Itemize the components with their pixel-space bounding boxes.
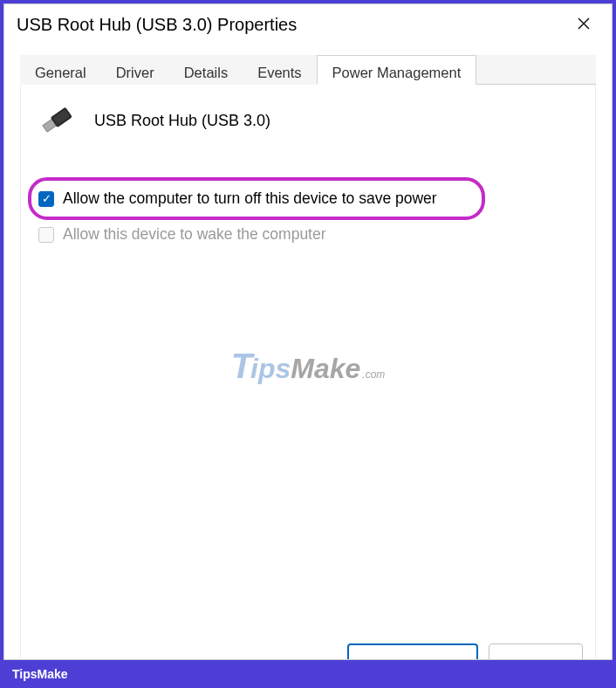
usb-connector-icon	[38, 102, 75, 139]
allow-wake-checkbox	[38, 227, 54, 243]
watermark-make: Make	[291, 353, 360, 385]
watermark-t: T	[231, 347, 250, 386]
tab-general[interactable]: General	[20, 55, 101, 85]
device-name-label: USB Root Hub (USB 3.0)	[94, 112, 270, 130]
allow-wake-row: Allow this device to wake the computer	[38, 225, 585, 244]
tab-driver[interactable]: Driver	[101, 55, 169, 85]
allow-wake-row-wrapper: Allow this device to wake the computer	[31, 220, 585, 244]
close-button[interactable]	[568, 13, 599, 37]
window-title: USB Root Hub (USB 3.0) Properties	[17, 15, 297, 35]
content-area: General Driver Details Events Power Mana…	[4, 48, 612, 659]
tab-power-management[interactable]: Power Management	[317, 55, 477, 85]
tab-details[interactable]: Details	[169, 55, 243, 85]
watermark: T ips Make .com	[231, 347, 386, 386]
footer-brand: TipsMake	[12, 667, 604, 681]
tab-events[interactable]: Events	[243, 55, 316, 85]
titlebar: USB Root Hub (USB 3.0) Properties	[4, 4, 612, 48]
allow-turnoff-label: Allow the computer to turn off this devi…	[63, 189, 437, 208]
properties-window: USB Root Hub (USB 3.0) Properties Genera…	[3, 3, 613, 660]
allow-wake-label: Allow this device to wake the computer	[63, 225, 326, 244]
close-icon	[577, 17, 591, 31]
tab-strip: General Driver Details Events Power Mana…	[20, 55, 596, 85]
page-footer: TipsMake	[0, 664, 616, 688]
ok-button[interactable]	[347, 643, 478, 659]
checkmark-icon: ✓	[42, 193, 51, 204]
watermark-com: .com	[362, 368, 385, 381]
watermark-ips: ips	[250, 353, 291, 385]
allow-turnoff-checkbox[interactable]: ✓	[38, 191, 54, 207]
cancel-button[interactable]	[489, 643, 583, 659]
allow-turnoff-row: ✓ Allow the computer to turn off this de…	[38, 189, 466, 208]
highlighted-option: ✓ Allow the computer to turn off this de…	[28, 177, 485, 220]
device-header: USB Root Hub (USB 3.0)	[31, 102, 585, 139]
tab-body: USB Root Hub (USB 3.0) ✓ Allow the compu…	[20, 85, 596, 659]
dialog-buttons	[347, 643, 583, 659]
